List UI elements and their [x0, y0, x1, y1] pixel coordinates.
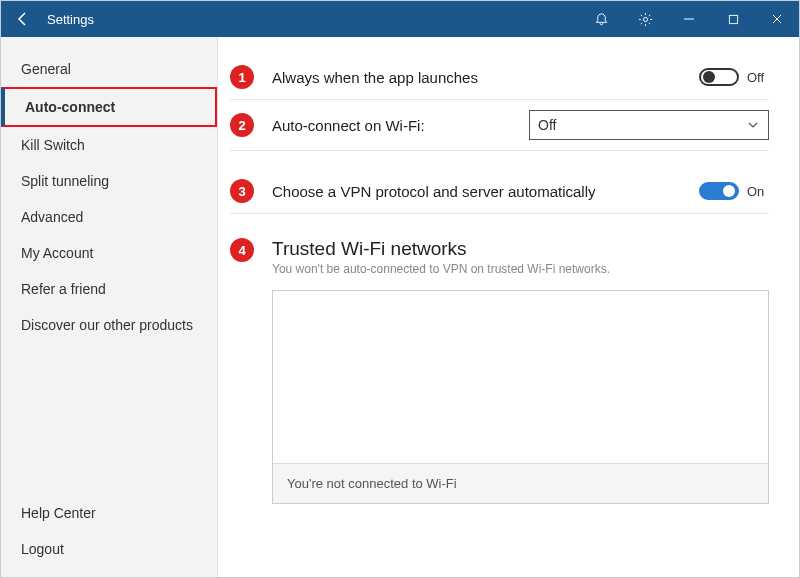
row-always-launch: 1 Always when the app launches Off	[230, 55, 769, 100]
trusted-title: Trusted Wi-Fi networks	[272, 238, 610, 260]
trusted-networks-footer: You're not connected to Wi-Fi	[273, 463, 768, 503]
close-icon	[771, 13, 783, 25]
sidebar: General Auto-connect Kill Switch Split t…	[1, 37, 218, 577]
svg-point-0	[643, 17, 647, 21]
sidebar-item-help-center[interactable]: Help Center	[1, 495, 217, 531]
close-button[interactable]	[755, 1, 799, 37]
sidebar-item-split-tunneling[interactable]: Split tunneling	[1, 163, 217, 199]
row-wifi: 2 Auto-connect on Wi-Fi: Off	[230, 100, 769, 151]
wifi-select[interactable]: Off	[529, 110, 769, 140]
maximize-button[interactable]	[711, 1, 755, 37]
wifi-select-value: Off	[538, 117, 556, 133]
wifi-label: Auto-connect on Wi-Fi:	[272, 117, 472, 134]
settings-gear-button[interactable]	[623, 1, 667, 37]
trusted-networks-box: You're not connected to Wi-Fi	[272, 290, 769, 504]
notifications-button[interactable]	[579, 1, 623, 37]
row-protocol: 3 Choose a VPN protocol and server autom…	[230, 169, 769, 214]
sidebar-item-auto-connect[interactable]: Auto-connect	[1, 87, 217, 127]
protocol-toggle[interactable]	[699, 182, 739, 200]
svg-rect-2	[729, 15, 737, 23]
sidebar-item-logout[interactable]: Logout	[1, 531, 217, 567]
arrow-left-icon	[15, 11, 31, 27]
callout-2: 2	[230, 113, 254, 137]
callout-1: 1	[230, 65, 254, 89]
callout-3: 3	[230, 179, 254, 203]
always-launch-toggle[interactable]	[699, 68, 739, 86]
back-button[interactable]	[7, 1, 39, 37]
window-title: Settings	[47, 12, 94, 27]
trusted-networks-list	[273, 291, 768, 463]
titlebar: Settings	[1, 1, 799, 37]
sidebar-item-discover[interactable]: Discover our other products	[1, 307, 217, 343]
content: 1 Always when the app launches Off 2 Aut…	[218, 37, 799, 577]
always-launch-label: Always when the app launches	[272, 69, 699, 86]
maximize-icon	[728, 14, 739, 25]
sidebar-item-kill-switch[interactable]: Kill Switch	[1, 127, 217, 163]
sidebar-item-my-account[interactable]: My Account	[1, 235, 217, 271]
sidebar-item-general[interactable]: General	[1, 51, 217, 87]
trusted-subtitle: You won't be auto-connected to VPN on tr…	[272, 262, 610, 276]
bell-icon	[594, 12, 609, 27]
sidebar-item-advanced[interactable]: Advanced	[1, 199, 217, 235]
protocol-state: On	[747, 184, 769, 199]
row-trusted-header: 4 Trusted Wi-Fi networks You won't be au…	[230, 228, 769, 276]
minimize-icon	[683, 13, 695, 25]
protocol-label: Choose a VPN protocol and server automat…	[272, 183, 699, 200]
callout-4: 4	[230, 238, 254, 262]
sidebar-item-refer[interactable]: Refer a friend	[1, 271, 217, 307]
always-launch-state: Off	[747, 70, 769, 85]
chevron-down-icon	[746, 118, 760, 132]
minimize-button[interactable]	[667, 1, 711, 37]
gear-icon	[638, 12, 653, 27]
